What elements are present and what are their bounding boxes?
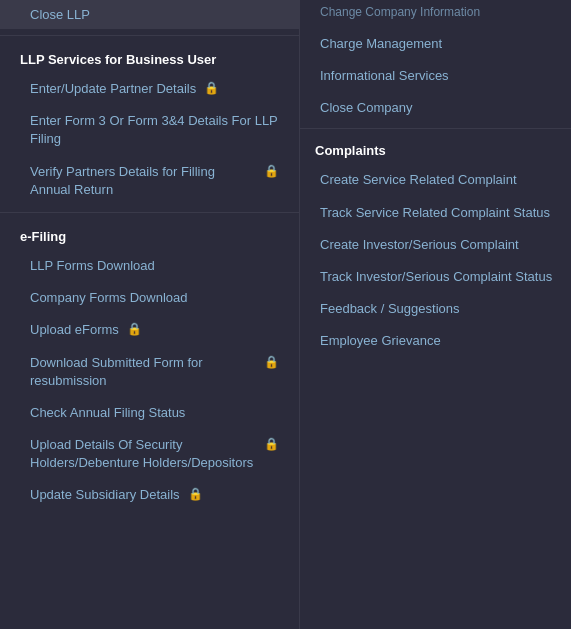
menu-item-llp-forms-download[interactable]: LLP Forms Download [0,250,299,282]
menu-item-charge-management[interactable]: Charge Management [300,28,571,60]
menu-item-enter-form3[interactable]: Enter Form 3 Or Form 3&4 Details For LLP… [0,105,299,155]
section-complaints: Complaints [300,133,571,164]
section-llp-services: LLP Services for Business User [0,42,299,73]
menu-item-close-llp[interactable]: Close LLP [0,0,299,29]
menu-item-close-company[interactable]: Close Company [300,92,571,124]
menu-item-update-subsidiary[interactable]: Update Subsidiary Details 🔒 [0,479,299,511]
menu-item-create-service-complaint[interactable]: Create Service Related Complaint [300,164,571,196]
menu-item-check-annual[interactable]: Check Annual Filing Status [0,397,299,429]
menu-item-verify-partners[interactable]: Verify Partners Details for Filling Annu… [0,156,299,206]
menu-item-track-investor-complaint[interactable]: Track Investor/Serious Complaint Status [300,261,571,293]
lock-icon: 🔒 [264,354,279,371]
menu-item-company-forms-download[interactable]: Company Forms Download [0,282,299,314]
menu-item-feedback-suggestions[interactable]: Feedback / Suggestions [300,293,571,325]
lock-icon: 🔒 [264,163,279,180]
menu-item-track-service-complaint[interactable]: Track Service Related Complaint Status [300,197,571,229]
lock-icon: 🔒 [188,486,203,503]
menu-item-upload-eforms[interactable]: Upload eForms 🔒 [0,314,299,346]
right-panel: Change Company Information Charge Manage… [300,0,571,629]
lock-icon: 🔒 [264,436,279,453]
menu-item-charge-company[interactable]: Change Company Information [300,0,571,28]
divider2 [0,212,299,213]
menu-item-enter-update-partner[interactable]: Enter/Update Partner Details 🔒 [0,73,299,105]
lock-icon: 🔒 [204,80,219,97]
menu-item-download-submitted[interactable]: Download Submitted Form for resubmission… [0,347,299,397]
section-efiling: e-Filing [0,219,299,250]
menu-item-employee-grievance[interactable]: Employee Grievance [300,325,571,357]
lock-icon: 🔒 [127,321,142,338]
left-panel: Close LLP LLP Services for Business User… [0,0,300,629]
menu-item-create-investor-complaint[interactable]: Create Investor/Serious Complaint [300,229,571,261]
menu-item-informational-services[interactable]: Informational Services [300,60,571,92]
right-divider [300,128,571,129]
menu-item-upload-security[interactable]: Upload Details Of Security Holders/Deben… [0,429,299,479]
divider [0,35,299,36]
